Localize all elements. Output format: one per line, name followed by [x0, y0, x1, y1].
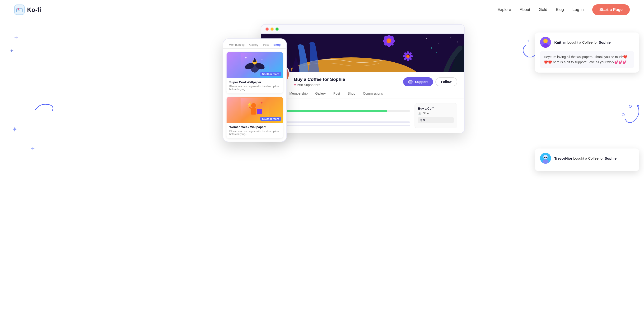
- deco-plus-1: +: [14, 34, 18, 41]
- notif-1-title: Knit_m bought a Coffee for Sophie: [554, 40, 610, 44]
- heart-icon: ♥: [294, 83, 296, 87]
- notif-2-title: TrevorNior bought a Coffee for Sophie: [554, 156, 616, 160]
- svg-rect-21: [257, 109, 262, 114]
- notification-card-2: TrevorNior bought a Coffee for Sophie: [535, 148, 639, 171]
- logo-text: Ko-fi: [27, 6, 41, 13]
- svg-point-26: [426, 38, 427, 39]
- phone-window: Membership Gallery Post Shop: [223, 38, 287, 142]
- notif-1-header: Knit_m bought a Coffee for Sophie: [540, 37, 634, 48]
- svg-rect-3: [18, 10, 21, 10]
- start-page-button[interactable]: Start a Page: [592, 4, 630, 15]
- kofi-cup-icon: [408, 80, 413, 84]
- svg-point-37: [391, 39, 395, 42]
- notification-card-1: Knit_m bought a Coffee for Sophie Hey!! …: [535, 32, 639, 73]
- svg-text:⚡: ⚡: [246, 102, 252, 107]
- profile-body: New iPad 84% of Goals Buy a Coff ☕ $3 e: [261, 98, 464, 133]
- phone-tab-gallery[interactable]: Gallery: [247, 42, 261, 48]
- svg-point-41: [383, 39, 386, 42]
- goal-percent: 84% of Goals: [268, 114, 410, 118]
- profile-banner: [261, 34, 464, 72]
- notif-2-user: TrevorNior: [554, 156, 572, 160]
- goal-bar-wrap: [268, 110, 410, 112]
- svg-point-6: [629, 105, 632, 107]
- nav-explore[interactable]: Explore: [497, 7, 511, 12]
- nav-about[interactable]: About: [520, 7, 530, 12]
- phone-item-1[interactable]: ✦ ✦ ✦ $2.50 or more Super Cool Wallpaper…: [226, 52, 283, 93]
- profile-info: Buy a Coffee for Sophie ♥ 558 Supporters: [294, 75, 399, 87]
- browser-window: Buy a Coffee for Sophie ♥ 558 Supporters…: [261, 24, 465, 133]
- support-label: Support: [415, 80, 428, 84]
- svg-point-48: [407, 58, 409, 61]
- navbar: Ko-fi Explore About Gold Blog Log In Sta…: [0, 0, 644, 19]
- svg-rect-64: [408, 81, 412, 83]
- browser-dot-yellow: [270, 27, 274, 30]
- deco-plus-2: +: [31, 145, 35, 152]
- svg-text:✦: ✦: [261, 58, 263, 61]
- phone-tabs: Membership Gallery Post Shop: [223, 39, 286, 49]
- deco-star-1: ✦: [10, 48, 14, 54]
- deco-swirl-3: [621, 103, 640, 126]
- goal-title: New iPad: [268, 103, 410, 107]
- buy-coffee-section: Buy a Coff ☕ $3 e $ 3: [414, 103, 457, 128]
- profile-tab-post[interactable]: Post: [330, 89, 344, 98]
- svg-text:✦: ✦: [262, 69, 264, 71]
- svg-point-65: [409, 81, 410, 81]
- hero-section: + ✦ ✦ + ✦ Membership Gallery Post Shop: [0, 19, 644, 181]
- notif-1-message: Hey!! Im loving all the wallpapers! Than…: [540, 51, 634, 68]
- svg-point-2: [18, 8, 19, 9]
- amount-input[interactable]: $ 3: [418, 117, 454, 123]
- profile-actions: Support Follow: [403, 77, 457, 86]
- profile-tab-membership[interactable]: Membership: [286, 89, 311, 98]
- svg-point-29: [457, 41, 458, 42]
- phone-tab-post[interactable]: Post: [261, 42, 271, 48]
- phone-item-1-image: ✦ ✦ ✦ $2.50 or more: [226, 52, 283, 78]
- svg-point-28: [450, 37, 451, 37]
- browser-bar: [261, 25, 464, 34]
- phone-item-1-title: Super Cool Wallpaper: [230, 80, 280, 84]
- buy-coffee-price: $3 e: [423, 112, 428, 115]
- svg-point-30: [431, 47, 432, 49]
- svg-text:♥: ♥: [261, 101, 263, 105]
- phone-item-1-desc: Please read and agree with the descripti…: [230, 85, 280, 91]
- support-button[interactable]: Support: [403, 77, 433, 86]
- profile-supporters: ♥ 558 Supporters: [294, 83, 399, 87]
- logo-icon: [14, 4, 25, 15]
- notif-1-avatar: [540, 37, 551, 48]
- buy-coffee-row: ☕ $3 e: [418, 112, 454, 115]
- nav-login[interactable]: Log In: [572, 7, 584, 12]
- profile-tab-commissions[interactable]: Commissions: [359, 89, 387, 98]
- goal-section: New iPad 84% of Goals: [268, 103, 410, 128]
- svg-point-67: [544, 39, 548, 43]
- svg-point-43: [387, 39, 391, 43]
- svg-rect-73: [546, 157, 548, 158]
- buy-coffee-title: Buy a Coff: [418, 107, 454, 110]
- notif-2-action: bought a Coffee for: [573, 156, 604, 160]
- nav-blog[interactable]: Blog: [556, 7, 564, 12]
- profile-tab-gallery[interactable]: Gallery: [311, 89, 329, 98]
- phone-item-2[interactable]: ⚡ ♥ $2.50 or more Women Week Wallpaper! …: [226, 97, 283, 138]
- browser-dot-green: [276, 27, 278, 30]
- nav-links: Explore About Gold Blog Log In Start a P…: [497, 4, 630, 15]
- svg-point-44: [407, 51, 409, 54]
- svg-point-20: [258, 104, 262, 109]
- phone-tab-membership[interactable]: Membership: [226, 42, 247, 48]
- phone-item-2-image: ⚡ ♥ $2.50 or more: [226, 97, 283, 123]
- svg-text:✦: ✦: [244, 56, 247, 60]
- svg-point-7: [622, 114, 624, 116]
- logo[interactable]: Ko-fi: [14, 4, 41, 15]
- svg-rect-4: [18, 10, 20, 11]
- profile-tab-shop[interactable]: Shop: [344, 89, 359, 98]
- notif-2-avatar: [540, 153, 551, 164]
- item-1-price-badge: $2.50 or more: [260, 72, 281, 76]
- deco-swirl-2: [33, 100, 54, 114]
- svg-point-35: [388, 35, 390, 38]
- sub-bar-2: [268, 125, 410, 126]
- follow-button[interactable]: Follow: [436, 77, 457, 86]
- svg-point-31: [436, 52, 437, 53]
- svg-point-46: [410, 55, 413, 57]
- kofi-icon-small: ☕: [418, 112, 422, 115]
- sub-bars: [268, 121, 410, 126]
- phone-tab-shop[interactable]: Shop: [271, 42, 283, 48]
- supporters-count: 558 Supporters: [297, 83, 320, 87]
- nav-gold[interactable]: Gold: [539, 7, 548, 12]
